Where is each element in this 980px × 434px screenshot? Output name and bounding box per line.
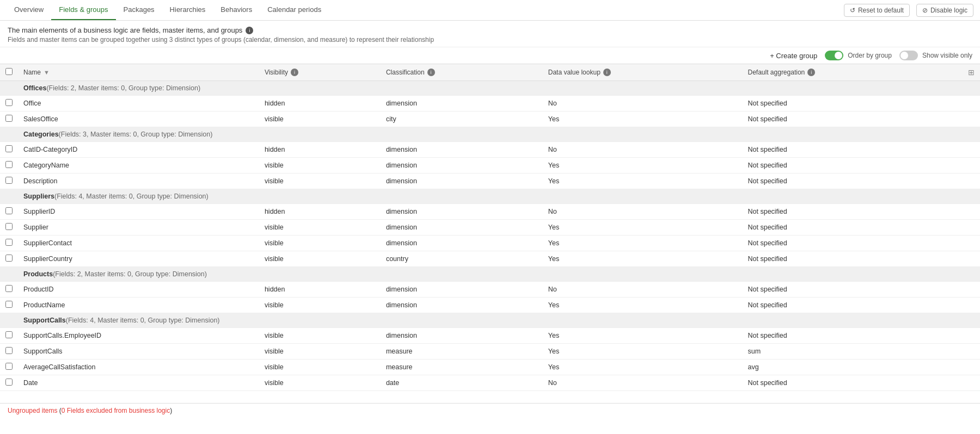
visibility-col-header: Visibility i	[259, 64, 381, 81]
row-checkbox[interactable]	[5, 301, 13, 308]
group-header-label: Offices(Fields: 2, Master items: 0, Grou…	[18, 81, 980, 96]
row-visibility: visible	[259, 173, 381, 189]
row-checkbox[interactable]	[5, 207, 13, 214]
row-visibility: hidden	[259, 96, 381, 111]
disable-logic-button[interactable]: ⊘ Disable logic	[916, 4, 973, 17]
row-default-aggregation: Not specified	[743, 328, 981, 344]
row-checkbox[interactable]	[5, 145, 13, 152]
row-data-value-lookup: Yes	[543, 220, 743, 235]
group-header-row: SupportCalls(Fields: 4, Master items: 0,…	[0, 313, 980, 328]
row-classification: date	[381, 375, 543, 391]
row-classification: dimension	[381, 328, 543, 344]
row-default-aggregation: Not specified	[743, 251, 981, 267]
row-default-aggregation: sum	[743, 344, 981, 359]
row-checkbox-cell	[0, 220, 18, 235]
default-aggregation-col-header: Default aggregation i ⊞	[743, 64, 981, 81]
classification-col-header: Classification i	[381, 64, 543, 81]
row-visibility: visible	[259, 297, 381, 313]
table-row: AverageCallSatisfaction visible measure …	[0, 359, 980, 375]
classification-info-icon[interactable]: i	[427, 69, 435, 76]
tab-fields-groups[interactable]: Fields & groups	[51, 0, 115, 20]
classification-col-label: Classification	[386, 69, 425, 76]
row-checkbox-cell	[0, 142, 18, 158]
row-name: Supplier	[18, 220, 259, 235]
table-header-row: Name ▼ Visibility i Classification i	[0, 64, 980, 81]
row-checkbox-cell	[0, 328, 18, 344]
table-row: Date visible date No Not specified	[0, 375, 980, 391]
row-checkbox-cell	[0, 235, 18, 251]
row-checkbox-cell	[0, 297, 18, 313]
row-visibility: visible	[259, 220, 381, 235]
row-name: SupportCalls	[18, 344, 259, 359]
row-checkbox-cell	[0, 375, 18, 391]
table-container: Name ▼ Visibility i Classification i	[0, 64, 980, 403]
tab-packages[interactable]: Packages	[116, 0, 162, 20]
info-subtitle: Fields and master items can be grouped t…	[8, 36, 434, 44]
row-checkbox[interactable]	[5, 285, 13, 292]
group-header-label: Categories(Fields: 3, Master items: 0, G…	[18, 127, 980, 142]
tab-calendar-periods[interactable]: Calendar periods	[260, 0, 329, 20]
row-data-value-lookup: Yes	[543, 359, 743, 375]
info-icon[interactable]: i	[246, 27, 253, 34]
grid-view-icon[interactable]: ⊞	[968, 68, 975, 77]
row-checkbox-cell	[0, 359, 18, 375]
row-default-aggregation: Not specified	[743, 375, 981, 391]
group-check-cell	[0, 189, 18, 204]
bottom-bar: Ungrouped items (0 Fields excluded from …	[0, 403, 980, 418]
row-data-value-lookup: No	[543, 282, 743, 297]
select-all-checkbox[interactable]	[5, 68, 13, 75]
ungrouped-items-label: Ungrouped items (0 Fields excluded from …	[8, 407, 172, 414]
group-header-label: Suppliers(Fields: 4, Master items: 0, Gr…	[18, 189, 980, 204]
table-row: CategoryName visible dimension Yes Not s…	[0, 158, 980, 173]
row-default-aggregation: Not specified	[743, 142, 981, 158]
row-visibility: visible	[259, 375, 381, 391]
data-value-lookup-info-icon[interactable]: i	[603, 69, 611, 76]
row-data-value-lookup: Yes	[543, 235, 743, 251]
nav-tabs-right: ↺ Reset to default ⊘ Disable logic	[844, 4, 973, 17]
tab-behaviors[interactable]: Behaviors	[213, 0, 260, 20]
name-filter-icon[interactable]: ▼	[44, 69, 50, 76]
reset-label: Reset to default	[858, 7, 904, 14]
row-checkbox[interactable]	[5, 379, 13, 386]
row-checkbox[interactable]	[5, 255, 13, 262]
group-header-row: Products(Fields: 2, Master items: 0, Gro…	[0, 267, 980, 282]
toolbar-row: + Create group Order by group Show visib…	[0, 47, 980, 64]
reset-to-default-button[interactable]: ↺ Reset to default	[844, 4, 910, 17]
row-data-value-lookup: Yes	[543, 328, 743, 344]
group-header-label: SupportCalls(Fields: 4, Master items: 0,…	[18, 313, 980, 328]
row-checkbox[interactable]	[5, 99, 13, 106]
row-data-value-lookup: Yes	[543, 158, 743, 173]
row-checkbox[interactable]	[5, 331, 13, 338]
order-by-group-toggle[interactable]	[825, 51, 843, 60]
row-data-value-lookup: Yes	[543, 297, 743, 313]
row-checkbox[interactable]	[5, 115, 13, 122]
row-visibility: visible	[259, 251, 381, 267]
tab-overview[interactable]: Overview	[7, 0, 51, 20]
row-default-aggregation: Not specified	[743, 235, 981, 251]
visibility-info-icon[interactable]: i	[291, 69, 298, 76]
visibility-col-label: Visibility	[265, 69, 288, 76]
table-row: SupportCalls.EmployeeID visible dimensio…	[0, 328, 980, 344]
row-checkbox[interactable]	[5, 177, 13, 184]
row-data-value-lookup: Yes	[543, 111, 743, 127]
row-checkbox[interactable]	[5, 223, 13, 230]
default-aggregation-info-icon[interactable]: i	[807, 69, 815, 76]
row-checkbox[interactable]	[5, 347, 13, 354]
row-default-aggregation: Not specified	[743, 158, 981, 173]
create-group-button[interactable]: + Create group	[770, 52, 817, 60]
row-default-aggregation: Not specified	[743, 297, 981, 313]
row-checkbox[interactable]	[5, 363, 13, 370]
tab-hierarchies[interactable]: Hierarchies	[162, 0, 213, 20]
show-visible-only-toggle[interactable]	[899, 51, 918, 60]
row-default-aggregation: Not specified	[743, 282, 981, 297]
row-name: SupplierID	[18, 204, 259, 220]
row-classification: dimension	[381, 158, 543, 173]
table-row: Description visible dimension Yes Not sp…	[0, 173, 980, 189]
row-checkbox[interactable]	[5, 161, 13, 168]
group-check-cell	[0, 267, 18, 282]
row-data-value-lookup: No	[543, 204, 743, 220]
default-aggregation-col-label: Default aggregation	[748, 69, 805, 76]
row-checkbox[interactable]	[5, 239, 13, 246]
row-data-value-lookup: No	[543, 142, 743, 158]
row-data-value-lookup: Yes	[543, 251, 743, 267]
